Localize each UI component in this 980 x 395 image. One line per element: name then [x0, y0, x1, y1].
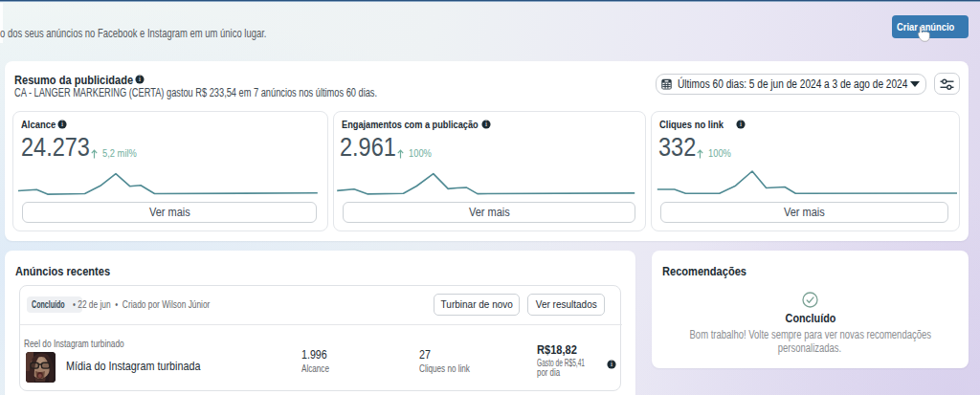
svg-text:i: i: [139, 76, 141, 83]
svg-text:i: i: [611, 361, 612, 368]
